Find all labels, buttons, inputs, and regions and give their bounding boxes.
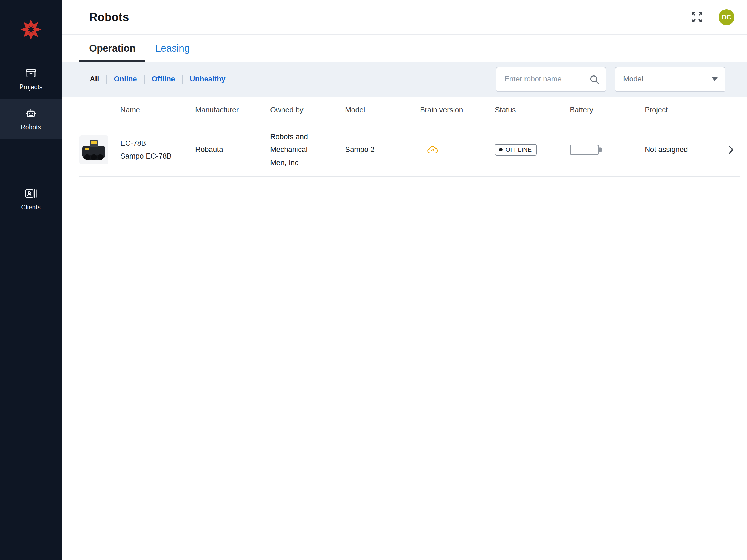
robot-name: Sampo EC-78B	[120, 150, 192, 163]
cell-battery: -	[570, 123, 645, 177]
column-header-battery: Battery	[570, 97, 645, 123]
robot-photo-icon	[81, 137, 107, 163]
column-header-image	[79, 97, 120, 123]
cell-status: OFFLINE	[495, 123, 570, 177]
filter-bar: All Online Offline Unhealthy	[62, 62, 747, 97]
robot-icon	[25, 107, 37, 120]
status-dot-icon	[499, 148, 503, 152]
caret-down-icon	[712, 77, 718, 81]
sidebar-item-robots[interactable]: Robots	[0, 99, 62, 139]
battery-value: -	[604, 146, 607, 154]
search-box	[496, 67, 606, 92]
cloud-sync-icon	[427, 144, 438, 156]
filter-all[interactable]: All	[90, 75, 106, 83]
snowflake-logo-icon	[19, 18, 43, 41]
cell-brain-version: -	[420, 123, 495, 177]
cell-actions	[720, 123, 740, 177]
filter-offline[interactable]: Offline	[145, 75, 182, 83]
table-header-row: Name Manufacturer Owned by Model Brain v…	[79, 97, 740, 123]
contacts-icon	[25, 187, 37, 200]
sidebar-item-projects[interactable]: Projects	[0, 59, 62, 99]
tab-operation[interactable]: Operation	[79, 35, 146, 62]
battery-empty-icon	[570, 145, 599, 155]
sidebar-item-label: Robots	[21, 124, 41, 131]
brain-version-value: -	[420, 146, 422, 154]
column-header-manufacturer: Manufacturer	[195, 97, 270, 123]
filter-controls: Model	[496, 67, 725, 92]
topbar-actions: DC	[690, 9, 735, 25]
column-header-status: Status	[495, 97, 570, 123]
main-content: Robots DC Operation Leasing All Online O…	[62, 0, 747, 560]
column-header-brain-version: Brain version	[420, 97, 495, 123]
avatar[interactable]: DC	[719, 9, 735, 25]
box-icon	[25, 67, 37, 80]
robot-thumbnail	[79, 135, 108, 164]
model-select[interactable]: Model	[615, 67, 725, 92]
tab-leasing[interactable]: Leasing	[146, 35, 200, 62]
status-label: OFFLINE	[506, 146, 532, 153]
column-header-owned-by: Owned by	[270, 97, 345, 123]
topbar: Robots DC	[62, 0, 747, 35]
search-icon[interactable]	[589, 74, 600, 85]
sidebar-item-label: Clients	[21, 204, 41, 211]
app-logo[interactable]	[0, 0, 62, 59]
chevron-right-icon[interactable]	[725, 144, 737, 156]
quick-filters: All Online Offline Unhealthy	[90, 75, 233, 84]
sidebar-item-label: Projects	[19, 83, 43, 91]
robot-id: EC-78B	[120, 137, 192, 150]
robots-table: Name Manufacturer Owned by Model Brain v…	[62, 97, 747, 177]
sidebar-nav: Projects Robots	[0, 59, 62, 219]
cell-project: Not assigned	[645, 123, 720, 177]
cell-name: EC-78B Sampo EC-78B	[120, 123, 195, 177]
cell-owned-by: Robots and Mechanical Men, Inc	[270, 123, 345, 177]
column-header-name: Name	[120, 97, 195, 123]
app-root: Projects Robots	[0, 0, 747, 560]
robot-thumbnail-cell	[79, 123, 120, 177]
table-row[interactable]: EC-78B Sampo EC-78B Robauta Robots and M…	[79, 123, 740, 177]
column-header-project: Project	[645, 97, 720, 123]
filter-online[interactable]: Online	[107, 75, 144, 83]
sidebar-item-clients[interactable]: Clients	[0, 179, 62, 219]
column-header-model: Model	[345, 97, 420, 123]
model-select-label: Model	[623, 75, 643, 83]
filter-unhealthy[interactable]: Unhealthy	[183, 75, 233, 83]
search-input[interactable]	[504, 75, 589, 84]
cell-manufacturer: Robauta	[195, 123, 270, 177]
page-title: Robots	[89, 11, 129, 24]
tabs: Operation Leasing	[62, 35, 747, 62]
cell-model: Sampo 2	[345, 123, 420, 177]
status-badge: OFFLINE	[495, 144, 537, 156]
expand-icon[interactable]	[690, 10, 704, 24]
sidebar: Projects Robots	[0, 0, 62, 560]
column-header-actions	[720, 97, 740, 123]
